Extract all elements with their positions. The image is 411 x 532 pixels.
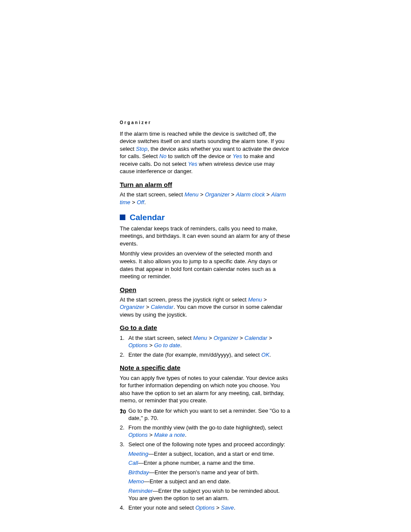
heading-go-to-date: Go to a date: [120, 324, 290, 332]
heading-open: Open: [120, 286, 290, 294]
list-item: Enter your note and select Options > Sav…: [120, 504, 290, 512]
ui-term-yes: Yes: [188, 161, 197, 167]
go-to-date-steps: At the start screen, select Menu > Organ…: [120, 334, 290, 359]
heading-calendar-row: Calendar: [120, 212, 290, 223]
note-steps: Go to the date for which you want to set…: [120, 407, 290, 512]
note-type-memo: Memo: [128, 478, 144, 485]
open-instruction: At the start screen, press the joystick …: [120, 296, 290, 319]
ui-term-ok: OK: [262, 352, 270, 358]
ui-term-no: No: [159, 153, 167, 159]
note-type-birthday: Birthday: [128, 469, 149, 476]
list-item: At the start screen, select Menu > Organ…: [120, 334, 290, 349]
note-type-meeting: Meeting: [128, 451, 148, 457]
list-item: Go to the date for which you want to set…: [120, 407, 290, 422]
calendar-desc-1: The calendar keeps track of reminders, c…: [120, 225, 290, 248]
list-item: Select one of the following note types a…: [120, 441, 290, 502]
list-item: From the monthly view (with the go-to da…: [120, 424, 290, 439]
heading-calendar: Calendar: [130, 212, 165, 223]
note-intro: You can apply five types of notes to you…: [120, 374, 290, 404]
calendar-desc-2: Monthly view provides an overview of the…: [120, 250, 290, 280]
alarm-intro-paragraph: If the alarm time is reached while the d…: [120, 130, 290, 175]
page-header: Organizer: [120, 120, 290, 126]
page-number: 70: [120, 408, 126, 416]
note-type-reminder: Reminder: [128, 488, 153, 494]
ui-term-yes: Yes: [233, 153, 242, 159]
turn-off-instruction: At the start screen, select Menu > Organ…: [120, 191, 290, 206]
note-type-call: Call: [128, 460, 138, 466]
square-bullet-icon: [120, 215, 125, 220]
document-page: Organizer If the alarm time is reached w…: [0, 0, 411, 532]
list-item: Enter the date (for example, mm/dd/yyyy)…: [120, 351, 290, 359]
ui-term-stop: Stop: [136, 146, 148, 152]
heading-turn-alarm-off: Turn an alarm off: [120, 180, 290, 189]
heading-note-date: Note a specific date: [120, 364, 290, 372]
